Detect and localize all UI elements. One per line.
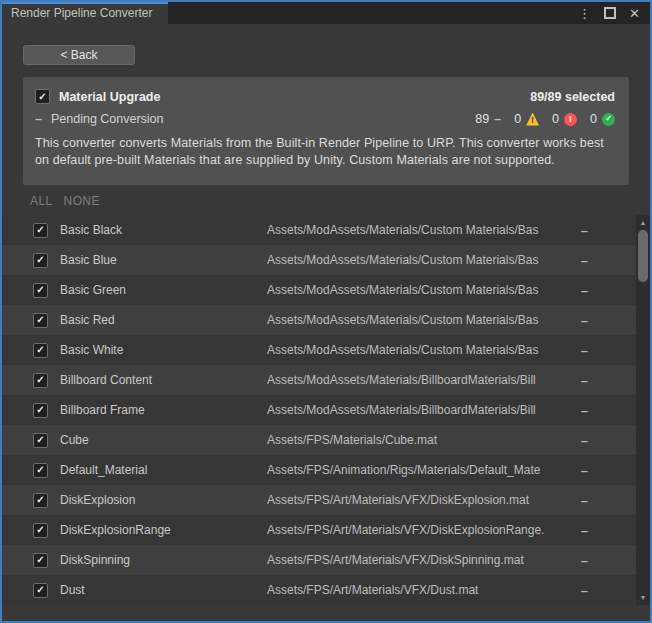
selected-count: 89/89 selected	[530, 90, 615, 104]
row-checkbox[interactable]: ✓	[33, 343, 48, 358]
scrollbar-thumb[interactable]	[638, 230, 648, 282]
row-checkbox[interactable]: ✓	[33, 523, 48, 538]
material-name: Basic Black	[60, 223, 267, 237]
row-checkbox[interactable]: ✓	[33, 583, 48, 598]
table-row[interactable]: ✓ DiskSpinning Assets/FPS/Art/Materials/…	[2, 545, 636, 575]
check-icon: ✓	[36, 525, 44, 535]
table-row[interactable]: ✓ Basic Red Assets/ModAssets/Materials/C…	[2, 305, 636, 335]
pending-dash-icon: –	[581, 523, 588, 538]
row-checkbox[interactable]: ✓	[33, 253, 48, 268]
table-row[interactable]: ✓ Basic Black Assets/ModAssets/Materials…	[2, 215, 636, 245]
toolbar: < Back	[2, 24, 650, 77]
row-checkbox[interactable]: ✓	[33, 553, 48, 568]
scroll-down-icon[interactable]: ▼	[636, 591, 650, 604]
table-row[interactable]: ✓ Dust Assets/FPS/Art/Materials/VFX/Dust…	[2, 575, 636, 605]
table-row[interactable]: ✓ DiskExplosionRange Assets/FPS/Art/Mate…	[2, 515, 636, 545]
row-checkbox[interactable]: ✓	[33, 463, 48, 478]
table-row[interactable]: ✓ DiskExplosion Assets/FPS/Art/Materials…	[2, 485, 636, 515]
material-path: Assets/ModAssets/Materials/Custom Materi…	[267, 313, 563, 327]
check-icon: ✓	[36, 495, 44, 505]
pending-dash-icon: –	[581, 343, 588, 358]
row-checkbox[interactable]: ✓	[33, 223, 48, 238]
table-row[interactable]: ✓ Cube Assets/FPS/Materials/Cube.mat –	[2, 425, 636, 455]
pending-count: 89	[475, 112, 489, 126]
material-name: Basic Blue	[60, 253, 267, 267]
pending-dash-icon: –	[35, 112, 42, 126]
table-row[interactable]: ✓ Basic Green Assets/ModAssets/Materials…	[2, 275, 636, 305]
material-name: Default_Material	[60, 463, 267, 477]
materials-list: ✓ Basic Black Assets/ModAssets/Materials…	[2, 215, 636, 605]
select-none-button[interactable]: NONE	[64, 194, 100, 208]
pending-conversion-row: – Pending Conversion 89 – 0 ! 0 ! 0 ✓	[35, 112, 615, 126]
check-icon: ✓	[36, 555, 44, 565]
material-name: Basic White	[60, 343, 267, 357]
material-name: DiskExplosionRange	[60, 523, 267, 537]
table-row[interactable]: ✓ Billboard Content Assets/ModAssets/Mat…	[2, 365, 636, 395]
pending-dash-icon: –	[581, 313, 588, 328]
table-row[interactable]: ✓ Billboard Frame Assets/ModAssets/Mater…	[2, 395, 636, 425]
row-checkbox[interactable]: ✓	[33, 403, 48, 418]
material-path: Assets/FPS/Art/Materials/VFX/DiskSpinnin…	[267, 553, 563, 567]
row-checkbox[interactable]: ✓	[33, 373, 48, 388]
converter-header-row: ✓ Material Upgrade 89/89 selected	[35, 89, 615, 104]
pending-dash-icon: –	[581, 433, 588, 448]
title-bar: Render Pipeline Converter ⋮ ✕	[2, 2, 650, 24]
vertical-scrollbar[interactable]: ▲ ▼	[636, 215, 650, 605]
success-icon: ✓	[602, 113, 615, 126]
table-row[interactable]: ✓ Default_Material Assets/FPS/Animation/…	[2, 455, 636, 485]
pending-conversion-label: Pending Conversion	[51, 112, 164, 126]
material-name: Dust	[60, 583, 267, 597]
material-path: Assets/ModAssets/Materials/Custom Materi…	[267, 283, 563, 297]
row-checkbox[interactable]: ✓	[33, 493, 48, 508]
check-icon: ✓	[36, 225, 44, 235]
material-path: Assets/ModAssets/Materials/Custom Materi…	[267, 253, 563, 267]
kebab-menu-icon[interactable]: ⋮	[578, 7, 591, 20]
row-checkbox[interactable]: ✓	[33, 313, 48, 328]
material-path: Assets/FPS/Materials/Cube.mat	[267, 433, 563, 447]
material-name: Billboard Frame	[60, 403, 267, 417]
warning-icon: !	[526, 113, 539, 126]
check-icon: ✓	[36, 405, 44, 415]
selection-shortcuts: ALL NONE	[30, 191, 650, 211]
check-icon: ✓	[36, 315, 44, 325]
pending-dash-icon: –	[581, 223, 588, 238]
check-icon: ✓	[38, 92, 46, 102]
error-count: 0	[552, 112, 559, 126]
close-icon[interactable]: ✕	[629, 7, 640, 20]
row-checkbox[interactable]: ✓	[33, 433, 48, 448]
converter-checkbox[interactable]: ✓	[35, 89, 50, 104]
check-icon: ✓	[36, 345, 44, 355]
render-pipeline-converter-window: Render Pipeline Converter ⋮ ✕ < Back ✓ M…	[0, 0, 652, 623]
window-controls: ⋮ ✕	[578, 2, 650, 24]
tab-render-pipeline-converter[interactable]: Render Pipeline Converter	[2, 2, 168, 24]
material-path: Assets/FPS/Art/Materials/VFX/DiskExplosi…	[267, 523, 563, 537]
table-row[interactable]: ✓ Basic White Assets/ModAssets/Materials…	[2, 335, 636, 365]
check-icon: ✓	[36, 285, 44, 295]
converter-title: Material Upgrade	[59, 90, 160, 104]
material-name: DiskSpinning	[60, 553, 267, 567]
material-path: Assets/FPS/Art/Materials/VFX/Dust.mat	[267, 583, 563, 597]
back-button[interactable]: < Back	[23, 45, 135, 65]
converter-info-panel: ✓ Material Upgrade 89/89 selected – Pend…	[23, 77, 629, 185]
material-name: Billboard Content	[60, 373, 267, 387]
check-icon: ✓	[36, 585, 44, 595]
material-path: Assets/ModAssets/Materials/BillboardMate…	[267, 373, 563, 387]
converter-description: This converter converts Materials from t…	[35, 135, 615, 169]
pending-dash-icon: –	[581, 583, 588, 598]
pending-dash-icon: –	[494, 112, 501, 126]
maximize-icon[interactable]	[604, 7, 616, 19]
warning-count: 0	[514, 112, 521, 126]
row-checkbox[interactable]: ✓	[33, 283, 48, 298]
pending-dash-icon: –	[581, 403, 588, 418]
status-counts: 89 – 0 ! 0 ! 0 ✓	[475, 112, 615, 126]
select-all-button[interactable]: ALL	[30, 194, 53, 208]
material-path: Assets/FPS/Animation/Rigs/Materials/Defa…	[267, 463, 563, 477]
pending-dash-icon: –	[581, 553, 588, 568]
material-path: Assets/FPS/Art/Materials/VFX/DiskExplosi…	[267, 493, 563, 507]
scroll-up-icon[interactable]: ▲	[636, 216, 650, 229]
pending-dash-icon: –	[581, 463, 588, 478]
table-row[interactable]: ✓ Basic Blue Assets/ModAssets/Materials/…	[2, 245, 636, 275]
material-name: Cube	[60, 433, 267, 447]
check-icon: ✓	[36, 435, 44, 445]
pending-dash-icon: –	[581, 373, 588, 388]
